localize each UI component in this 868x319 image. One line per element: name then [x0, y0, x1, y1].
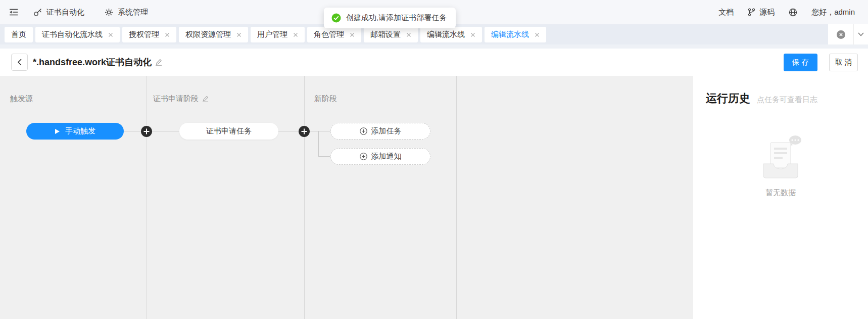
nav-source-link[interactable]: 源码 — [748, 8, 775, 17]
stage-divider — [456, 76, 457, 319]
tab-permission-resource[interactable]: 权限资源管理 — [179, 27, 248, 42]
node-label: 证书申请任务 — [206, 126, 252, 136]
tab-close-icon[interactable] — [535, 32, 540, 37]
tab-role-management[interactable]: 角色管理 — [307, 27, 361, 42]
tab-close-icon[interactable] — [293, 32, 298, 37]
node-label: 添加任务 — [371, 126, 402, 136]
connector-line — [278, 131, 299, 131]
stage-title-text: 证书申请阶段 — [153, 94, 199, 104]
tab-close-icon[interactable] — [165, 32, 170, 37]
tab-label: 授权管理 — [129, 30, 159, 39]
trigger-node-manual[interactable]: 手动触发 — [26, 123, 124, 140]
tab-close-icon[interactable] — [350, 32, 355, 37]
key-icon — [33, 8, 42, 17]
empty-state-illustration — [757, 132, 804, 181]
pipeline-header: *.handsfree.work证书自动化 保 存 取 消 — [0, 49, 868, 76]
tab-close-icon[interactable] — [108, 32, 113, 37]
menu-fold-icon[interactable] — [9, 9, 18, 16]
user-greeting[interactable]: 您好，admin — [811, 8, 855, 17]
connector-line — [310, 131, 318, 131]
add-task-button[interactable]: 添加任务 — [330, 123, 430, 140]
pipeline-canvas: 触发源 证书申请阶段 新阶段 手动触发 证书申请任务 — [0, 76, 693, 319]
strip-divider — [0, 44, 868, 49]
nav-docs-link[interactable]: 文档 — [718, 8, 734, 17]
node-label: 添加通知 — [371, 152, 402, 161]
tab-auth-management[interactable]: 授权管理 — [122, 27, 176, 42]
run-history-title: 运行历史 — [706, 91, 750, 106]
pipeline-title: *.handsfree.work证书自动化 — [33, 56, 152, 68]
run-history-header: 运行历史 点任务可查看日志 — [693, 76, 868, 106]
git-branch-icon — [748, 8, 755, 16]
stage-title-new-stage: 新阶段 — [314, 94, 337, 104]
tab-email-settings[interactable]: 邮箱设置 — [364, 27, 418, 42]
tab-label: 用户管理 — [257, 30, 287, 39]
close-all-tabs-button[interactable] — [828, 24, 853, 44]
edit-stage-icon[interactable] — [202, 96, 209, 102]
plus-circle-icon — [360, 153, 367, 160]
save-button[interactable]: 保 存 — [784, 54, 817, 71]
stage-divider — [304, 76, 305, 319]
run-history-panel: 运行历史 点任务可查看日志 暂无数据 — [693, 76, 868, 319]
nav-menu-cert-automation[interactable]: 证书自动化 — [33, 8, 84, 17]
add-notification-button[interactable]: 添加通知 — [330, 148, 430, 165]
toast-message: 创建成功,请添加证书部署任务 — [324, 8, 456, 28]
run-history-subtitle: 点任务可查看日志 — [757, 95, 817, 105]
connector-line — [152, 131, 179, 131]
tab-home[interactable]: 首页 — [5, 27, 33, 42]
tab-label: 邮箱设置 — [370, 30, 401, 39]
edit-title-icon[interactable] — [155, 59, 162, 66]
connector-line — [318, 131, 330, 131]
toast-text: 创建成功,请添加证书部署任务 — [346, 13, 447, 23]
tab-label: 编辑流水线 — [427, 30, 465, 39]
connector-line — [318, 156, 330, 157]
tab-label: 角色管理 — [314, 30, 344, 39]
tab-controls — [828, 24, 868, 44]
tab-close-icon[interactable] — [236, 32, 242, 37]
tab-edit-pipeline-1[interactable]: 编辑流水线 — [420, 27, 482, 42]
stage-title-text: 触发源 — [10, 94, 33, 104]
nav-menu-label: 证书自动化 — [46, 8, 84, 17]
tab-label: 编辑流水线 — [491, 30, 529, 39]
language-globe-icon[interactable] — [789, 8, 797, 17]
add-stage-button[interactable] — [299, 126, 310, 137]
tab-label: 证书自动化流水线 — [42, 30, 103, 39]
back-button[interactable] — [11, 54, 28, 71]
play-icon — [55, 128, 60, 134]
stage-title-text: 新阶段 — [314, 94, 337, 104]
stage-divider — [147, 76, 147, 319]
nav-menu-system[interactable]: 系统管理 — [105, 8, 148, 17]
tab-user-management[interactable]: 用户管理 — [251, 27, 305, 42]
add-stage-button[interactable] — [141, 126, 152, 137]
stage-title-trigger: 触发源 — [10, 94, 33, 104]
task-node-cert-apply[interactable]: 证书申请任务 — [179, 123, 278, 140]
gear-icon — [105, 8, 113, 17]
node-label: 手动触发 — [65, 126, 95, 136]
tab-actions-dropdown[interactable] — [853, 24, 868, 44]
tab-close-icon[interactable] — [406, 32, 411, 37]
cancel-button[interactable]: 取 消 — [829, 54, 858, 71]
connector-line — [318, 131, 319, 157]
connector-line — [124, 131, 141, 131]
nav-source-label: 源码 — [759, 8, 775, 17]
stage-title-cert-apply: 证书申请阶段 — [153, 94, 209, 104]
empty-state: 暂无数据 — [693, 132, 868, 198]
empty-state-text: 暂无数据 — [693, 188, 868, 198]
tab-edit-pipeline-2-active[interactable]: 编辑流水线 — [485, 27, 546, 42]
nav-menu-label: 系统管理 — [118, 8, 148, 17]
tab-close-icon[interactable] — [470, 32, 475, 37]
check-circle-icon — [331, 13, 341, 23]
tab-cert-pipelines[interactable]: 证书自动化流水线 — [35, 27, 120, 42]
plus-circle-icon — [360, 127, 367, 135]
tab-label: 首页 — [11, 30, 26, 39]
tab-label: 权限资源管理 — [185, 30, 231, 39]
